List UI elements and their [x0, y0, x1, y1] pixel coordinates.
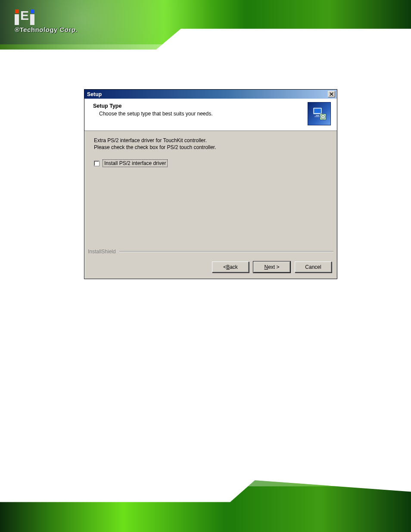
body-text-line-1: Extra PS/2 interface driver for TouchKit…: [94, 137, 327, 144]
setup-type-heading: Setup Type: [93, 103, 303, 109]
brand-tagline: ®Technology Corp.: [15, 26, 78, 33]
dialog-body: Extra PS/2 interface driver for TouchKit…: [84, 131, 337, 167]
installer-wizard-icon: [308, 102, 331, 125]
dialog-titlebar: Setup: [84, 90, 337, 99]
cancel-button-label: Cancel: [305, 264, 321, 270]
next-button-accel: N: [264, 264, 268, 270]
back-button-accel: B: [226, 264, 230, 270]
svg-rect-3: [314, 116, 321, 117]
installshield-brand-label: InstallShield: [88, 249, 116, 255]
divider-line: [119, 251, 333, 252]
next-button[interactable]: Next >: [253, 261, 290, 273]
back-button[interactable]: < Back: [212, 261, 249, 273]
install-ps2-checkbox-label[interactable]: Install PS/2 interface driver: [103, 159, 168, 167]
brand-logo-block: E ®Technology Corp.: [15, 9, 78, 33]
setup-type-subtitle: Choose the setup type that best suits yo…: [99, 111, 303, 117]
dialog-title: Setup: [87, 91, 102, 97]
svg-rect-1: [314, 109, 321, 113]
dialog-sub-header: Setup Type Choose the setup type that be…: [84, 99, 337, 131]
body-text-line-2: Please check the check box for PS/2 touc…: [94, 144, 327, 151]
iei-logo: E: [15, 9, 78, 25]
install-ps2-checkbox[interactable]: [94, 161, 100, 166]
next-button-rest: ext >: [268, 264, 279, 270]
close-icon: [330, 92, 333, 96]
svg-rect-2: [316, 115, 319, 116]
cancel-button[interactable]: Cancel: [295, 261, 332, 273]
back-button-rest: ack: [230, 264, 238, 270]
setup-dialog: Setup Setup Type Choose the setup type t…: [84, 89, 337, 279]
dialog-button-row: < Back Next > Cancel: [212, 261, 332, 273]
close-button[interactable]: [328, 91, 335, 97]
page-footer-banner: [0, 480, 411, 532]
back-button-prefix: <: [223, 264, 226, 270]
computer-box-icon: [311, 106, 327, 122]
svg-point-6: [323, 116, 324, 117]
installshield-divider: InstallShield: [88, 249, 333, 255]
